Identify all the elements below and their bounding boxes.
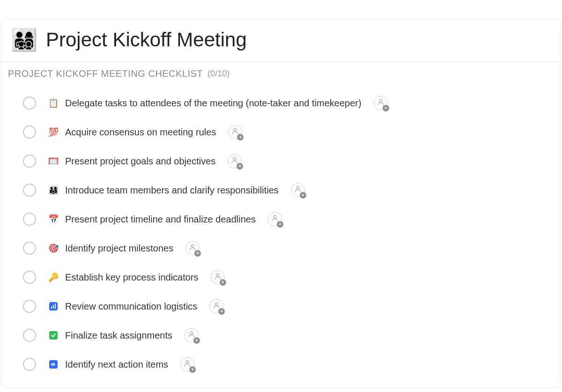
plus-icon: + — [383, 105, 389, 111]
item-label: Identify project milestones — [65, 243, 173, 254]
checkbox[interactable] — [23, 213, 36, 226]
plus-icon: + — [218, 308, 225, 315]
item-icon: 🔑 — [48, 272, 59, 282]
checklist-item[interactable]: Identify next action items+ — [8, 350, 554, 379]
item-label: Establish key process indicators — [65, 272, 199, 283]
check-icon — [49, 331, 58, 340]
emoji-icon: 💯 — [48, 127, 59, 137]
checkbox[interactable] — [23, 300, 36, 313]
checkbox[interactable] — [23, 358, 36, 371]
checklist-item[interactable]: 👨‍👩‍👧Introduce team members and clarify … — [8, 176, 554, 205]
add-assignee-button[interactable]: + — [268, 212, 282, 226]
svg-point-6 — [216, 274, 219, 276]
plus-icon: + — [237, 134, 244, 141]
add-assignee-button[interactable]: + — [228, 154, 242, 168]
item-label: Present project goals and objectives — [65, 156, 215, 167]
section-heading: PROJECT KICKOFF MEETING CHECKLIST (0/10) — [8, 68, 554, 79]
item-icon: 🎯 — [48, 243, 59, 253]
svg-rect-9 — [55, 303, 56, 309]
svg-point-1 — [234, 128, 237, 131]
checklist-item[interactable]: 🥅Present project goals and objectives+ — [8, 147, 554, 176]
emoji-icon: 🔑 — [48, 273, 59, 282]
add-assignee-button[interactable]: + — [374, 96, 388, 110]
page-card: 👨‍👩‍👧‍👦 Project Kickoff Meeting PROJECT … — [1, 19, 561, 388]
bar-chart-icon — [49, 302, 58, 311]
item-label: Acquire consensus on meeting rules — [65, 127, 216, 138]
checklist-item[interactable]: 📅Present project timeline and finalize d… — [8, 205, 554, 234]
emoji-icon: 📋 — [48, 98, 59, 108]
add-assignee-button[interactable]: + — [180, 357, 194, 371]
checklist-item[interactable]: 📋Delegate tasks to attendees of the meet… — [8, 89, 554, 118]
svg-rect-7 — [51, 306, 52, 309]
add-assignee-button[interactable]: + — [209, 299, 223, 313]
plus-icon: + — [194, 250, 201, 257]
checklist-item[interactable]: Finalize task assignments+ — [8, 321, 554, 350]
svg-point-10 — [215, 303, 218, 305]
checklist-item[interactable]: 🔑Establish key process indicators+ — [8, 263, 554, 292]
plus-icon: + — [189, 366, 196, 373]
section-title: PROJECT KICKOFF MEETING CHECKLIST — [8, 68, 203, 79]
item-icon — [48, 302, 59, 311]
checkbox[interactable] — [23, 155, 36, 168]
plus-icon: + — [277, 221, 283, 228]
item-label: Review communication logistics — [65, 301, 197, 312]
emoji-icon: 👨‍👩‍👧 — [48, 185, 59, 195]
item-label: Identify next action items — [65, 359, 168, 370]
checkbox[interactable] — [23, 184, 36, 197]
next-icon — [49, 360, 58, 369]
item-icon — [48, 331, 59, 340]
page-title: Project Kickoff Meeting — [46, 29, 247, 51]
item-icon: 📋 — [48, 98, 59, 108]
add-assignee-button[interactable]: + — [211, 270, 225, 284]
checkbox[interactable] — [23, 329, 36, 342]
checklist-item[interactable]: 🎯Identify project milestones+ — [8, 234, 554, 263]
item-icon: 🥅 — [48, 156, 59, 166]
checkbox[interactable] — [23, 271, 36, 284]
checklist-items: 📋Delegate tasks to attendees of the meet… — [8, 89, 554, 379]
item-icon — [48, 360, 59, 370]
svg-point-2 — [233, 157, 236, 160]
item-label: Present project timeline and finalize de… — [65, 214, 256, 225]
add-assignee-button[interactable]: + — [291, 183, 305, 197]
checkbox[interactable] — [23, 96, 36, 110]
item-icon: 📅 — [48, 214, 59, 224]
item-icon: 💯 — [48, 127, 59, 137]
checklist-item[interactable]: 💯Acquire consensus on meeting rules+ — [8, 118, 554, 147]
plus-icon: + — [237, 163, 243, 170]
section-count: (0/10) — [207, 69, 229, 79]
item-label: Finalize task assignments — [65, 330, 172, 341]
checklist-section: PROJECT KICKOFF MEETING CHECKLIST (0/10)… — [1, 62, 561, 387]
checkbox[interactable] — [23, 126, 36, 139]
add-assignee-button[interactable]: + — [185, 241, 200, 255]
family-icon: 👨‍👩‍👧‍👦 — [11, 29, 37, 51]
add-assignee-button[interactable]: + — [185, 328, 199, 342]
plus-icon: + — [300, 192, 306, 199]
checklist-item[interactable]: Review communication logistics+ — [8, 292, 554, 321]
svg-point-12 — [186, 361, 189, 363]
add-assignee-button[interactable]: + — [228, 125, 242, 139]
checkbox[interactable] — [23, 242, 36, 255]
svg-rect-8 — [53, 305, 54, 309]
svg-point-5 — [191, 244, 194, 247]
svg-point-4 — [274, 215, 276, 218]
svg-point-11 — [190, 332, 193, 334]
plus-icon: + — [193, 337, 200, 344]
item-label: Introduce team members and clarify respo… — [65, 185, 279, 196]
emoji-icon: 🎯 — [48, 244, 59, 253]
item-icon: 👨‍👩‍👧 — [48, 185, 59, 195]
plus-icon: + — [220, 279, 226, 286]
page-header: 👨‍👩‍👧‍👦 Project Kickoff Meeting — [1, 19, 561, 62]
svg-point-3 — [296, 186, 299, 189]
svg-point-0 — [379, 99, 382, 102]
item-label: Delegate tasks to attendees of the meeti… — [65, 98, 362, 109]
emoji-icon: 📅 — [48, 214, 59, 224]
emoji-icon: 🥅 — [48, 156, 59, 166]
